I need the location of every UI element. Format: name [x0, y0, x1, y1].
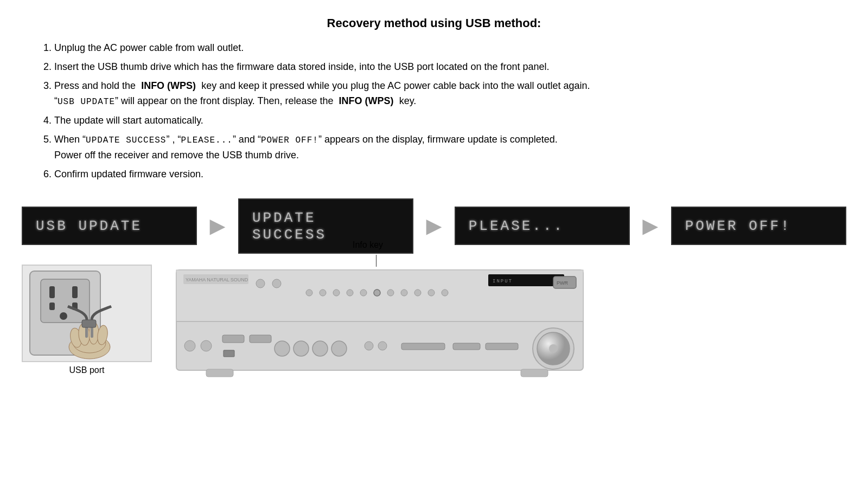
display-screen-3: PLEASE...: [455, 207, 630, 245]
svg-rect-2: [49, 286, 55, 298]
display-sequence: USB UPDATE ► UPDATE SUCCESS ► PLEASE... …: [22, 198, 846, 254]
svg-point-42: [184, 340, 195, 351]
svg-point-24: [272, 279, 281, 288]
info-key-label: Info key: [353, 240, 383, 250]
step-4: The update will start automatically.: [54, 113, 846, 128]
svg-point-41: [549, 344, 558, 353]
svg-point-51: [365, 342, 373, 350]
svg-point-49: [312, 341, 328, 356]
svg-text:YAMAHA NATURAL SOUND: YAMAHA NATURAL SOUND: [186, 277, 248, 282]
svg-point-35: [428, 289, 435, 296]
svg-rect-56: [206, 369, 233, 377]
svg-rect-4: [72, 286, 78, 298]
display-screen-1: USB UPDATE: [22, 207, 197, 245]
svg-rect-15: [82, 320, 96, 327]
step-1: Unplug the AC power cable from wall outl…: [54, 40, 846, 56]
svg-point-25: [306, 289, 312, 296]
svg-rect-57: [521, 369, 548, 377]
receiver-box: YAMAHA NATURAL SOUND INPUT: [174, 265, 586, 387]
svg-point-36: [442, 289, 448, 296]
arrow-icon-3: ►: [630, 211, 671, 241]
svg-point-23: [256, 279, 265, 288]
svg-rect-46: [224, 350, 234, 357]
svg-text:INPUT: INPUT: [493, 279, 513, 284]
receiver-area: Info key: [174, 265, 846, 387]
svg-rect-55: [486, 343, 518, 350]
receiver-svg: YAMAHA NATURAL SOUND INPUT: [174, 265, 586, 384]
svg-point-27: [333, 289, 340, 296]
svg-point-43: [201, 340, 212, 351]
step-2: Insert the USB thumb drive which has the…: [54, 59, 846, 75]
svg-rect-3: [49, 303, 55, 310]
svg-point-6: [60, 312, 67, 320]
svg-point-47: [275, 341, 290, 356]
svg-rect-53: [401, 343, 445, 350]
outlet-illustration: USB port: [22, 265, 152, 375]
arrow-icon-1: ►: [197, 211, 238, 241]
svg-text:PWR: PWR: [557, 280, 568, 286]
outlet-box: [22, 265, 152, 362]
svg-point-48: [293, 341, 309, 356]
display-screen-4: POWER OFF!: [671, 207, 846, 245]
steps-list: Unplug the AC power cable from wall outl…: [22, 40, 846, 182]
step-5: When “UPDATE SUCCESS” , “PLEASE...” and …: [54, 132, 846, 163]
svg-rect-45: [250, 335, 271, 343]
svg-point-52: [378, 342, 387, 350]
svg-point-32: [387, 289, 394, 296]
svg-rect-44: [222, 335, 244, 343]
svg-point-28: [347, 289, 353, 296]
step-6: Confirm updated firmware version.: [54, 166, 846, 182]
arrow-icon-2: ►: [413, 211, 455, 241]
outlet-svg: [24, 266, 149, 361]
svg-point-31: [374, 289, 380, 296]
display-screen-2: UPDATE SUCCESS: [238, 198, 413, 254]
svg-point-34: [414, 289, 421, 296]
svg-point-33: [401, 289, 407, 296]
svg-point-26: [320, 289, 326, 296]
step-3: Press and hold the INFO (WPS) key and ke…: [54, 78, 846, 110]
svg-point-50: [331, 341, 347, 356]
svg-rect-54: [453, 343, 480, 350]
bottom-diagram: USB port Info key: [22, 265, 846, 387]
page-title: Recovery method using USB method:: [22, 16, 846, 30]
usb-port-label: USB port: [22, 365, 152, 375]
svg-point-29: [360, 289, 367, 296]
